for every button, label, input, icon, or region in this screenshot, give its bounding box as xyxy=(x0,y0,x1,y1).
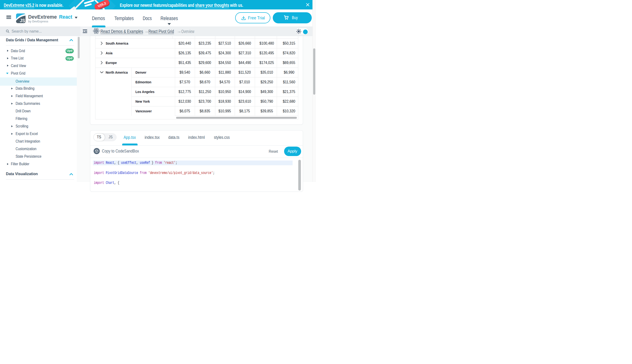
svg-text:JS: JS xyxy=(20,18,25,23)
